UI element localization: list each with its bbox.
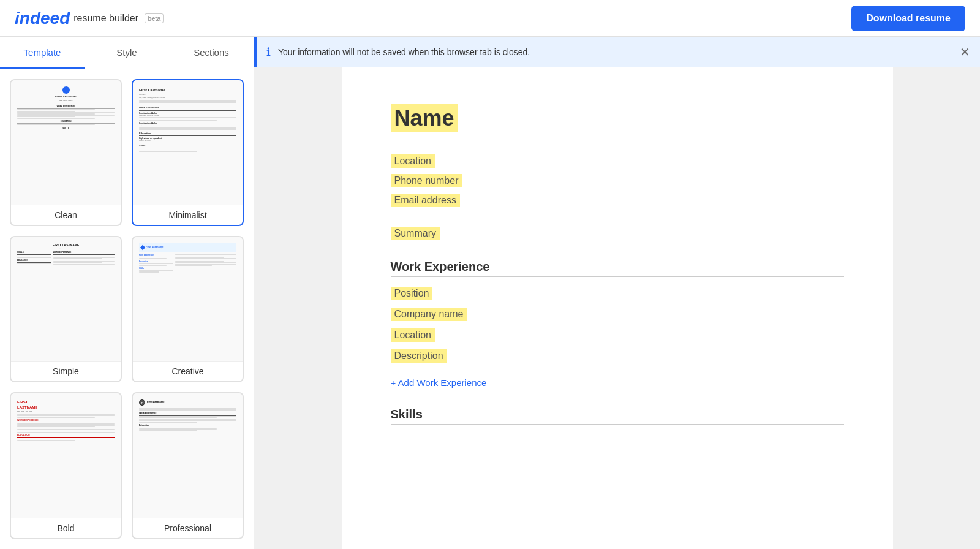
template-card-bold[interactable]: FIRSTLASTNAME title · email · city, stat…: [10, 392, 122, 539]
logo-resume-builder: resume builder: [74, 13, 138, 24]
work-experience-header: Work Experience: [391, 260, 844, 274]
template-card-minimalist[interactable]: First Lastname Title here City, State · …: [132, 79, 244, 226]
company-field[interactable]: Company name: [391, 308, 467, 321]
description-field[interactable]: Description: [391, 349, 447, 363]
tab-template[interactable]: Template: [0, 37, 85, 69]
work-experience-section: Work Experience Position Company name Lo…: [391, 260, 844, 407]
phone-field[interactable]: Phone number: [391, 174, 462, 187]
name-placeholder[interactable]: Name: [391, 104, 458, 132]
logo-indeed: indeed: [15, 9, 70, 28]
main-layout: Template Style Sections FIRST LASTNAME T…: [0, 37, 980, 549]
template-label-clean: Clean: [11, 205, 121, 225]
resume-name-field[interactable]: Name: [391, 104, 844, 145]
template-preview-professional: F First Lastname title · email · phone W…: [133, 393, 243, 518]
notification-banner: ℹ Your information will not be saved whe…: [254, 37, 980, 67]
add-work-experience-button[interactable]: + Add Work Experience: [391, 377, 487, 388]
template-card-professional[interactable]: F First Lastname title · email · phone W…: [132, 392, 244, 539]
template-preview-minimalist: First Lastname Title here City, State · …: [133, 80, 243, 205]
work-experience-divider: [391, 276, 844, 277]
resume-contact-fields: Location Phone number Email address: [391, 154, 844, 212]
template-preview-bold: FIRSTLASTNAME title · email · city, stat…: [11, 393, 121, 518]
tab-style[interactable]: Style: [85, 37, 169, 69]
notification-text: Your information will not be saved when …: [278, 47, 952, 57]
resume-summary-section: Summary: [391, 227, 844, 240]
template-label-creative: Creative: [133, 361, 243, 381]
download-resume-button[interactable]: Download resume: [851, 6, 965, 31]
template-label-simple: Simple: [11, 361, 121, 381]
summary-field[interactable]: Summary: [391, 227, 440, 240]
logo: indeed resume builder beta: [15, 9, 164, 28]
work-location-field[interactable]: Location: [391, 328, 435, 342]
template-preview-clean: FIRST LASTNAME Title · email · phone WOR…: [11, 80, 121, 205]
info-icon: ℹ: [266, 45, 271, 59]
template-preview-simple: FIRST LASTNAME title · email · phone SKI…: [11, 237, 121, 362]
logo-beta-badge: beta: [145, 13, 164, 23]
work-experience-fields: Position Company name Location Descripti…: [391, 287, 844, 368]
template-label-professional: Professional: [133, 518, 243, 538]
app-header: indeed resume builder beta Download resu…: [0, 0, 980, 37]
template-card-simple[interactable]: FIRST LASTNAME title · email · phone SKI…: [10, 236, 122, 383]
location-field[interactable]: Location: [391, 154, 435, 168]
template-card-clean[interactable]: FIRST LASTNAME Title · email · phone WOR…: [10, 79, 122, 226]
skills-divider: [391, 424, 844, 425]
template-label-minimalist: Minimalist: [133, 205, 243, 225]
position-field[interactable]: Position: [391, 287, 433, 300]
template-grid: FIRST LASTNAME Title · email · phone WOR…: [0, 69, 254, 549]
template-preview-creative: First Lastname title · email · phone · c…: [133, 237, 243, 362]
tab-sections[interactable]: Sections: [169, 37, 254, 69]
skills-header: Skills: [391, 407, 844, 422]
close-notification-button[interactable]: ✕: [960, 46, 970, 58]
template-label-bold: Bold: [11, 518, 121, 538]
sidebar: Template Style Sections FIRST LASTNAME T…: [0, 37, 254, 549]
sidebar-tabs: Template Style Sections: [0, 37, 254, 69]
email-field[interactable]: Email address: [391, 194, 460, 207]
resume-preview: Name Location Phone number Email address…: [342, 67, 893, 549]
template-card-creative[interactable]: First Lastname title · email · phone · c…: [132, 236, 244, 383]
skills-section: Skills: [391, 407, 844, 425]
content-area: ℹ Your information will not be saved whe…: [254, 37, 980, 549]
